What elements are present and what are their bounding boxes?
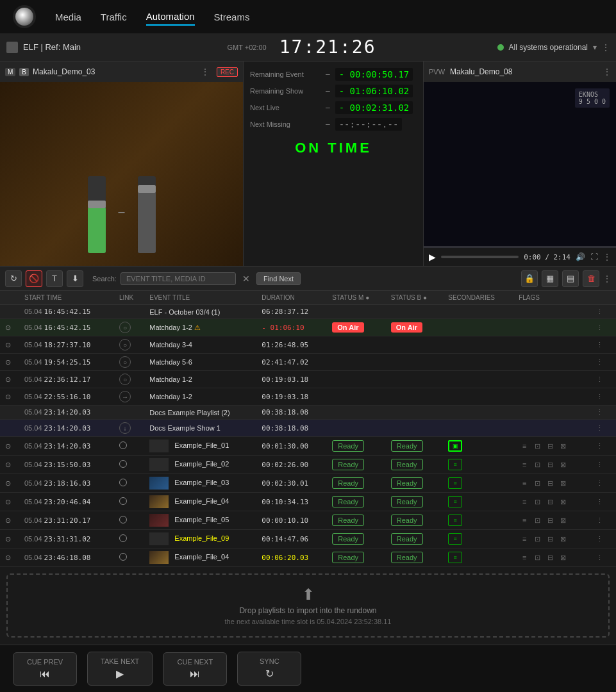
search-input[interactable] [121,272,236,285]
row-actions[interactable]: ⋮ [588,420,616,437]
take-next-button[interactable]: TAKE NEXT ▶ [87,652,153,686]
preview-more-icon[interactable]: ⋮ [201,67,209,76]
row-datetime: 05.04 23:14:20.03 [19,406,114,420]
row-link: ○ [114,371,144,388]
table-row[interactable]: ⊙ 05.04 23:31:20.17 Example_File_05 00:0… [0,511,616,530]
text-button[interactable]: T [46,270,63,287]
flag-icon-2[interactable]: ⊡ [531,440,543,452]
row-duration: - 01:06:10 [256,319,327,336]
fader-left-handle[interactable] [87,201,105,208]
row-actions[interactable]: ⋮ [588,474,616,493]
table-row[interactable]: ⊙ 05.04 23:46:18.08 Example_File_04 00:0… [0,548,616,567]
flag-icon-4[interactable]: ⊠ [557,440,569,452]
table-row[interactable]: ⊙ 05.04 22:36:12.17 ○ Matchday 1-2 00:19… [0,371,616,388]
table-row[interactable]: ⊙ 05.04 16:45:42.15 ○ Matchday 1-2 ⚠ - 0… [0,319,616,336]
pvw-more-controls[interactable]: ⋮ [603,252,611,261]
block-button[interactable]: 🚫 [26,270,42,287]
row-actions[interactable]: ⋮ [588,437,616,456]
table-row[interactable]: ⊙ 05.04 23:18:16.03 Example_File_03 00:0… [0,474,616,493]
cue-prev-button[interactable]: CUE PREV ⏮ [13,652,77,686]
secondary-icon[interactable]: ≡ [448,496,462,507]
table-row[interactable]: 05.04 23:14:20.03 ↓ Docs Example Show 1 … [0,420,616,437]
flag-icon-3[interactable]: ⊟ [544,440,556,452]
import-button[interactable]: ⬇ [67,270,83,287]
table-row[interactable]: ⊙ 05.04 23:14:20.03 Example_File_01 00:0… [0,437,616,456]
row-actions[interactable]: ⋮ [588,456,616,474]
status-text: All systems operational [509,43,588,52]
logo[interactable] [13,5,36,28]
nav-automation[interactable]: Automation [146,8,195,26]
fader-right-handle[interactable] [138,185,156,193]
header-more-icon[interactable]: ⋮ [602,43,610,52]
play-button[interactable]: ▶ [429,252,436,262]
fader-right[interactable] [138,176,156,253]
search-label: Search: [92,275,117,283]
row-thumb-title: Example_File_05 [144,511,256,530]
row-clock [0,305,19,319]
find-next-button[interactable]: Find Next [256,272,301,285]
layout-toggle[interactable] [6,42,18,53]
fader-left[interactable] [87,176,105,253]
row-actions[interactable]: ⋮ [588,530,616,548]
secondary-icon[interactable]: ≡ [448,552,462,563]
row-thumb-title: Example_File_03 [144,474,256,493]
table-row[interactable]: ⊙ 05.04 23:15:50.03 Example_File_02 00:0… [0,456,616,474]
row-clock: ⊙ [0,493,19,511]
clear-search-button[interactable]: ✕ [240,274,253,284]
table-row[interactable]: ⊙ 05.04 19:54:25.15 ○ Matchday 5-6 02:41… [0,354,616,371]
table-row[interactable]: ⊙ 05.04 23:31:31.02 Example_File_09 00:1… [0,530,616,548]
row-title: Matchday 1-2 ⚠ [144,319,256,336]
table-row[interactable]: 05.04 16:45:42.15 ELF - October 03/4 (1)… [0,305,616,319]
next-missing-row: Next Missing – --:--:--.-- [250,118,417,131]
pvw-more-icon[interactable]: ⋮ [603,67,611,76]
row-actions[interactable]: ⋮ [588,319,616,336]
secondary-icon[interactable]: ≡ [448,477,462,489]
view-button-1[interactable]: ▦ [542,270,558,287]
row-secondaries [443,319,513,336]
toolbar-more-icon[interactable]: ⋮ [603,274,611,283]
sync-button[interactable]: SYNC ↻ [237,652,301,686]
col-header-link: LINK [114,291,144,305]
row-status-b [386,371,443,388]
pvw-expand-icon[interactable]: ⛶ [590,252,598,261]
progress-bar[interactable] [441,256,519,258]
row-actions[interactable]: ⋮ [588,354,616,371]
table-row[interactable]: ⊙ 05.04 23:20:46.04 Example_File_04 00:1… [0,493,616,511]
nav-streams[interactable]: Streams [214,9,250,25]
delete-button[interactable]: 🗑 [583,270,599,287]
drop-zone[interactable]: ⬆ Drop playlists to import into the rund… [6,573,610,638]
header-dropdown-icon[interactable]: ▾ [593,43,597,52]
table-row[interactable]: ⊙ 05.04 22:55:16.10 → Matchday 1-2 00:19… [0,388,616,406]
cue-next-button[interactable]: CUE NEXT ⏭ [163,652,227,686]
rec-badge: REC [217,67,238,77]
row-duration: 00:38:18.08 [256,406,327,420]
lock-button[interactable]: 🔒 [521,270,538,287]
row-actions[interactable]: ⋮ [588,511,616,530]
row-title: Docs Example Playlist (2) [144,406,256,420]
col-header-starttime [0,291,19,305]
row-actions[interactable]: ⋮ [588,493,616,511]
table-row[interactable]: ⊙ 05.04 18:27:37.10 ○ Matchday 3-4 01:26… [0,336,616,354]
row-actions[interactable]: ⋮ [588,336,616,354]
refresh-button[interactable]: ↻ [5,270,22,287]
secondary-icon[interactable]: ≡ [448,459,462,470]
flag-icon-1[interactable]: ≡ [519,440,530,452]
row-actions[interactable]: ⋮ [588,406,616,420]
row-actions[interactable]: ⋮ [588,388,616,406]
row-actions[interactable]: ⋮ [588,548,616,567]
table-row[interactable]: 05.04 23:14:20.03 Docs Example Playlist … [0,406,616,420]
bottom-controls: CUE PREV ⏮ TAKE NEXT ▶ CUE NEXT ⏭ SYNC ↻ [0,645,616,692]
secondary-icon-highlight[interactable]: ▣ [448,440,462,452]
nav-traffic[interactable]: Traffic [101,9,127,25]
col-header-flags: FLAGS [513,291,588,305]
status-dot [497,44,504,51]
row-actions[interactable]: ⋮ [588,371,616,388]
row-clock: ⊙ [0,548,19,567]
nav-media[interactable]: Media [55,9,81,25]
secondary-icon[interactable]: ≡ [448,533,462,545]
fader-container: – [87,170,155,253]
secondary-icon[interactable]: ≡ [448,515,462,526]
volume-icon[interactable]: 🔊 [576,252,585,261]
row-actions[interactable]: ⋮ [588,305,616,319]
view-button-2[interactable]: ▤ [562,270,579,287]
